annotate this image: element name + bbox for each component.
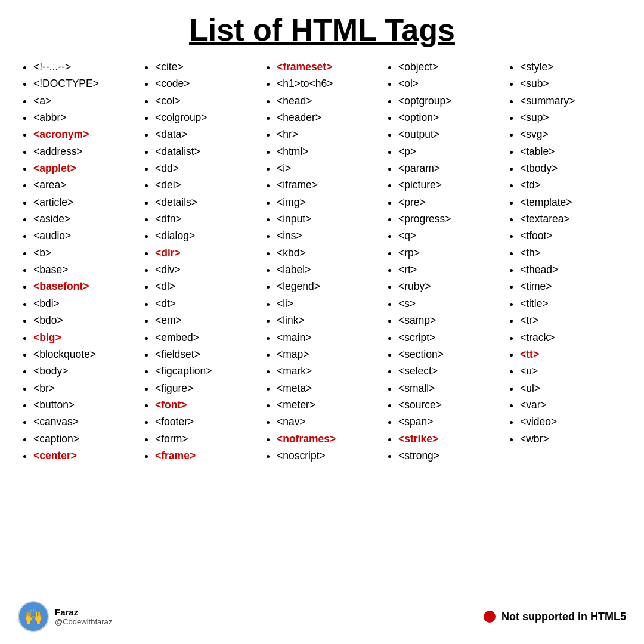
list-item: <iframe> (277, 177, 378, 193)
list-item: <html> (277, 143, 378, 160)
list-item: <tbody> (520, 160, 621, 177)
tag-label: <b> (33, 247, 51, 259)
tag-label: <tfoot> (520, 230, 553, 242)
tag-label: <meter> (277, 399, 315, 411)
tag-label: <ul> (520, 382, 540, 394)
list-item: <datalist> (155, 143, 256, 160)
list-item: <picture> (398, 177, 500, 193)
tag-label: <svg> (520, 128, 549, 140)
list-item: <dt> (155, 295, 256, 312)
list-item: <source> (398, 397, 500, 413)
list-item: <input> (277, 210, 378, 227)
tag-label: <bdi> (33, 298, 60, 309)
tag-label: <meta> (277, 382, 312, 394)
tag-label: <caption> (33, 433, 79, 445)
list-item: <head> (277, 92, 378, 109)
list-item: <ul> (520, 380, 621, 397)
tag-label: <button> (33, 399, 75, 411)
tag-label: <optgroup> (398, 95, 452, 107)
tag-label: <applet> (33, 162, 76, 174)
tag-label: <kbd> (277, 247, 306, 259)
column-1: <!--...--><!DOCTYPE><a><abbr><acronym><a… (18, 58, 140, 592)
list-item: <kbd> (277, 244, 378, 261)
tag-label: <select> (398, 365, 438, 377)
list-item: <fieldset> (155, 346, 256, 363)
list-item: <wbr> (520, 431, 621, 447)
tag-label: <header> (277, 112, 321, 123)
tag-label: <table> (520, 145, 555, 157)
tag-label: <abbr> (33, 112, 66, 123)
red-dot-icon (484, 611, 496, 623)
list-item: <!DOCTYPE> (33, 75, 135, 92)
list-item: <var> (520, 397, 621, 413)
list-item: <table> (520, 143, 621, 160)
tag-label: <basefont> (33, 280, 89, 292)
footer-bar: 🙌 Faraz @Codewithfaraz Not supported in … (18, 597, 626, 632)
tag-label: <option> (398, 112, 439, 123)
legend: Not supported in HTML5 (484, 611, 626, 623)
tag-label: <fieldset> (155, 348, 200, 360)
tag-label: <del> (155, 179, 181, 191)
tag-label: <tt> (520, 348, 539, 360)
list-item: <aside> (33, 210, 135, 227)
tag-label: <form> (155, 433, 188, 445)
list-item: <textarea> (520, 210, 621, 227)
tag-label: <big> (33, 332, 61, 343)
tag-label: <frameset> (277, 61, 332, 73)
list-item: <span> (398, 413, 500, 430)
tag-label: <code> (155, 78, 190, 89)
list-item: <noscript> (277, 447, 378, 464)
tag-label: <dir> (155, 247, 181, 259)
list-item: <cite> (155, 58, 256, 75)
list-item: <q> (398, 227, 500, 244)
tag-label: <aside> (33, 213, 70, 225)
tag-label: <mark> (277, 365, 312, 377)
list-item: <rt> (398, 261, 500, 278)
tag-label: <!--...--> (33, 61, 71, 73)
list-item: <mark> (277, 363, 378, 379)
list-item: <optgroup> (398, 92, 500, 109)
list-item: <style> (520, 58, 621, 75)
tag-label: <noscript> (277, 450, 326, 462)
author-name: Faraz (55, 607, 112, 617)
tag-label: <strike> (398, 433, 438, 445)
list-item: <embed> (155, 329, 256, 346)
list-item: <th> (520, 244, 621, 261)
tag-label: <dt> (155, 298, 176, 309)
tag-label: <rt> (398, 264, 417, 275)
list-item: <data> (155, 126, 256, 143)
tag-label: <bdo> (33, 314, 63, 326)
tag-label: <output> (398, 128, 439, 140)
list-item: <dl> (155, 278, 256, 295)
tag-label: <ruby> (398, 280, 431, 292)
list-item: <meter> (277, 397, 378, 413)
list-item: <label> (277, 261, 378, 278)
tag-label: <article> (33, 196, 73, 208)
tag-label: <p> (398, 145, 416, 157)
tag-label: <dfn> (155, 213, 182, 225)
tag-label: <textarea> (520, 213, 570, 225)
list-item: <address> (33, 143, 135, 160)
tag-label: <br> (33, 382, 55, 394)
list-item: <canvas> (33, 413, 135, 430)
tag-label: <figure> (155, 382, 193, 394)
list-item: <ins> (277, 227, 378, 244)
tag-label: <summary> (520, 95, 575, 107)
list-item: <p> (398, 143, 500, 160)
tag-label: <rp> (398, 247, 420, 259)
list-item: <main> (277, 329, 378, 346)
list-item: <track> (520, 329, 621, 346)
list-item: <form> (155, 431, 256, 447)
tag-label: <main> (277, 332, 311, 343)
list-item: <strong> (398, 447, 500, 464)
list-item: <center> (33, 447, 135, 464)
list-item: <li> (277, 295, 378, 312)
list-item: <ol> (398, 75, 500, 92)
tag-label: <data> (155, 128, 188, 140)
tag-label: <a> (33, 95, 51, 107)
list-item: <meta> (277, 380, 378, 397)
tag-label: <legend> (277, 280, 320, 292)
list-item: <template> (520, 194, 621, 210)
list-item: <b> (33, 244, 135, 261)
column-5: <style><sub><summary><sup><svg><table><t… (504, 58, 626, 592)
